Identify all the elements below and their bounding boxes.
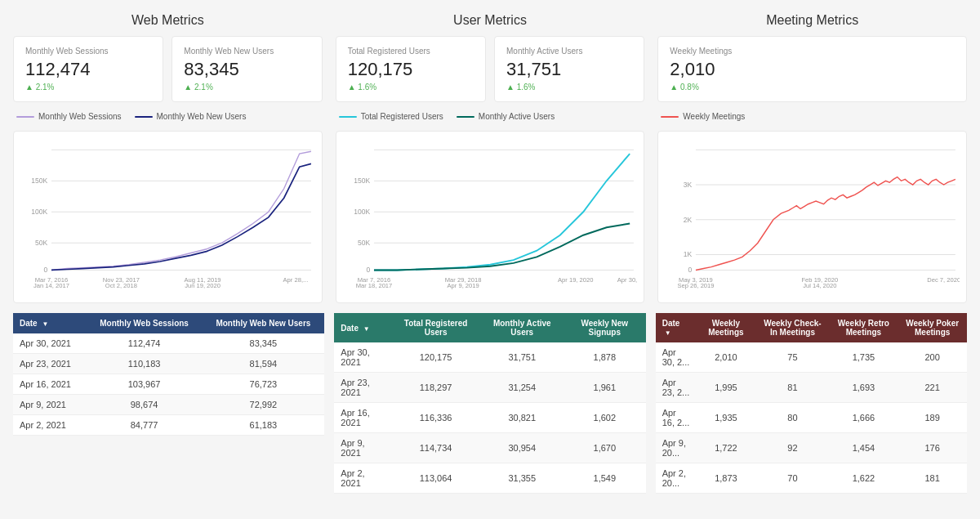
svg-text:50K: 50K [358, 239, 370, 247]
meeting-col-checkin[interactable]: Weekly Check-In Meetings [755, 313, 829, 342]
web-new-users-change: 2.1% [184, 83, 310, 92]
web-new-users-kpi: Monthly Web New Users 83,345 2.1% [172, 36, 322, 102]
web-new-users-legend-line [135, 116, 153, 118]
svg-text:0: 0 [43, 266, 47, 274]
web-col-date[interactable]: Date ▼ [13, 313, 87, 333]
table-row: Apr 9, 2021 98,674 72,992 [13, 395, 324, 415]
user-table-body: Apr 30, 2021 120,175 31,751 1,878 Apr 23… [334, 342, 645, 494]
meetings-legend-line [661, 116, 679, 118]
user-legend-active: Monthly Active Users [457, 112, 555, 121]
web-kpi-row: Monthly Web Sessions 112,474 2.1% Monthl… [13, 36, 323, 102]
web-table-body: Apr 30, 2021 112,474 83,345 Apr 23, 2021… [13, 333, 324, 436]
meeting-col-poker[interactable]: Weekly Poker Meetings [898, 313, 967, 342]
svg-text:1K: 1K [684, 250, 693, 258]
web-row2-sessions: 110,183 [87, 354, 203, 374]
table-row: Apr 16, 2021 103,967 76,723 [13, 374, 324, 395]
meeting-sort-icon: ▼ [665, 329, 671, 337]
meet-row1-weekly: 2,010 [696, 342, 755, 373]
user-row1-active: 31,751 [481, 342, 564, 373]
svg-text:Apr 9, 2019: Apr 9, 2019 [447, 282, 479, 289]
web-row1-sessions: 112,474 [87, 333, 203, 354]
user-row5-signups: 1,549 [564, 463, 646, 494]
meeting-table-body: Apr 30, 2... 2,010 75 1,735 200 Apr 23, … [656, 342, 967, 494]
weekly-meetings-kpi: Weekly Meetings 2,010 0.8% [657, 36, 967, 102]
svg-text:2K: 2K [684, 216, 693, 224]
user-legend-registered: Total Registered Users [339, 112, 443, 121]
table-row: Apr 2, 2021 84,777 61,183 [13, 415, 324, 436]
meeting-legend: Weekly Meetings [661, 112, 745, 121]
meeting-table-head: Date ▼ Weekly Meetings Weekly Check-In M… [656, 313, 967, 342]
meeting-col-date[interactable]: Date ▼ [656, 313, 697, 342]
meeting-kpi-row: Weekly Meetings 2,010 0.8% [657, 36, 967, 102]
table-row: Apr 9, 2021 114,734 30,954 1,670 [334, 433, 645, 463]
web-row3-date: Apr 16, 2021 [13, 374, 87, 395]
table-row: Apr 2, 2021 113,064 31,355 1,549 [334, 463, 645, 494]
user-col-signups[interactable]: Weekly New Signups [564, 313, 646, 342]
svg-text:Oct 2, 2018: Oct 2, 2018 [105, 282, 137, 289]
table-row: Apr 23, 2021 110,183 81,594 [13, 354, 324, 374]
registered-legend-label: Total Registered Users [361, 112, 443, 121]
svg-text:Jun 19, 2020: Jun 19, 2020 [185, 282, 220, 289]
meet-row1-poker: 200 [898, 342, 967, 373]
web-legend-new-users: Monthly Web New Users [135, 112, 247, 121]
user-row2-date: Apr 23, 2021 [334, 373, 390, 403]
meet-row4-retro: 1,454 [829, 433, 898, 463]
user-row2-signups: 1,961 [564, 373, 646, 403]
main-sections-row: Web Metrics Monthly Web Sessions 112,474… [13, 13, 967, 303]
web-table-head: Date ▼ Monthly Web Sessions Monthly Web … [13, 313, 324, 333]
meet-row1-checkin: 75 [755, 342, 829, 373]
user-col-registered[interactable]: Total Registered Users [391, 313, 481, 342]
svg-text:3K: 3K [684, 181, 693, 189]
page: Web Metrics Monthly Web Sessions 112,474… [0, 0, 980, 507]
web-new-users-value: 83,345 [184, 59, 310, 80]
user-col-active[interactable]: Monthly Active Users [481, 313, 564, 342]
user-chart-legend: Total Registered Users Monthly Active Us… [336, 110, 645, 123]
meet-row3-retro: 1,666 [829, 403, 898, 433]
weekly-meetings-change: 0.8% [670, 83, 955, 92]
web-row1-date: Apr 30, 2021 [13, 333, 87, 354]
meeting-col-retro[interactable]: Weekly Retro Meetings [829, 313, 898, 342]
user-chart: 0 50K 100K 150K Mar 7, 2016 Mar 18, 2017… [336, 131, 645, 303]
meet-row5-checkin: 70 [755, 463, 829, 494]
meet-row4-weekly: 1,722 [696, 433, 755, 463]
monthly-active-kpi: Monthly Active Users 31,751 1.6% [494, 36, 644, 102]
registered-legend-line [339, 116, 357, 118]
monthly-active-change: 1.6% [506, 83, 632, 92]
web-sessions-legend-label: Monthly Web Sessions [38, 112, 122, 121]
meet-row5-date: Apr 2, 20... [656, 463, 697, 494]
web-sessions-kpi: Monthly Web Sessions 112,474 2.1% [13, 36, 163, 102]
active-legend-label: Monthly Active Users [479, 112, 555, 121]
user-table-section: Date ▼ Total Registered Users Monthly Ac… [334, 313, 645, 494]
total-registered-value: 120,175 [348, 59, 474, 80]
svg-text:Jan 14, 2017: Jan 14, 2017 [33, 282, 69, 289]
user-row3-signups: 1,602 [564, 403, 646, 433]
meeting-data-table: Date ▼ Weekly Meetings Weekly Check-In M… [656, 313, 967, 494]
user-row5-registered: 113,064 [391, 463, 481, 494]
total-registered-change: 1.6% [348, 83, 474, 92]
monthly-active-label: Monthly Active Users [506, 47, 632, 56]
web-col-sessions[interactable]: Monthly Web Sessions [87, 313, 203, 333]
user-kpi-row: Total Registered Users 120,175 1.6% Mont… [336, 36, 645, 102]
meeting-metrics-title: Meeting Metrics [657, 13, 967, 28]
meeting-col-weekly[interactable]: Weekly Meetings [696, 313, 755, 342]
web-row5-sessions: 84,777 [87, 415, 203, 436]
meet-row4-checkin: 92 [755, 433, 829, 463]
user-metrics-section: User Metrics Total Registered Users 120,… [336, 13, 645, 303]
web-sessions-label: Monthly Web Sessions [25, 47, 151, 56]
web-col-new-users[interactable]: Monthly Web New Users [202, 313, 324, 333]
table-row: Apr 30, 2021 120,175 31,751 1,878 [334, 342, 645, 373]
web-chart: 0 50K 100K 150K Mar 7, 2016 Jan 14, 2017… [13, 131, 323, 303]
meet-row1-date: Apr 30, 2... [656, 342, 697, 373]
user-row4-signups: 1,670 [564, 433, 646, 463]
meeting-table-section: Date ▼ Weekly Meetings Weekly Check-In M… [656, 313, 967, 494]
web-row5-new-users: 61,183 [202, 415, 324, 436]
meet-row2-weekly: 1,995 [696, 373, 755, 403]
svg-text:Jul 14, 2020: Jul 14, 2020 [804, 282, 837, 289]
user-data-table: Date ▼ Total Registered Users Monthly Ac… [334, 313, 645, 494]
table-row: Apr 16, 2... 1,935 80 1,666 189 [656, 403, 967, 433]
meet-row2-date: Apr 23, 2... [656, 373, 697, 403]
web-sessions-change: 2.1% [25, 83, 151, 92]
user-chart-svg: 0 50K 100K 150K Mar 7, 2016 Mar 18, 2017… [343, 138, 638, 293]
user-col-date[interactable]: Date ▼ [334, 313, 390, 342]
meet-row2-checkin: 81 [755, 373, 829, 403]
